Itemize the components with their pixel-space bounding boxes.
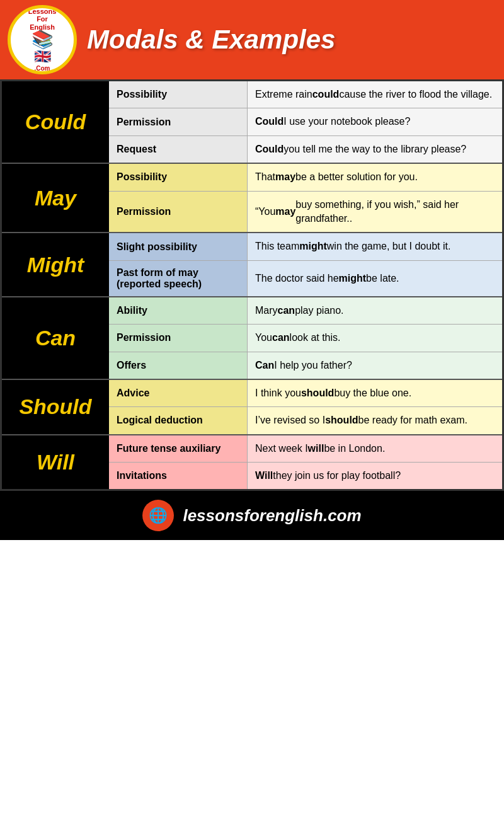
logo-bottom-text: .Com bbox=[35, 65, 50, 72]
modal-cell-may: May bbox=[2, 164, 109, 232]
example-cell: I think you should buy the blue one. bbox=[248, 380, 502, 406]
usage-cell: Permission bbox=[109, 108, 248, 135]
usage-cell: Permission bbox=[109, 325, 248, 351]
example-cell: “You may buy something, if you wish,” sa… bbox=[248, 192, 502, 233]
modal-label-should: Should bbox=[19, 394, 91, 419]
modal-rows-might: Slight possibilityThis team might win th… bbox=[109, 233, 502, 296]
globe-icon: 🌐 bbox=[142, 500, 174, 531]
example-cell: Next week I will be in London. bbox=[248, 435, 502, 462]
example-cell: Mary can play piano. bbox=[248, 297, 502, 324]
example-cell: This team might win the game, but I doub… bbox=[248, 233, 502, 260]
example-cell: Extreme rain could cause the river to fl… bbox=[248, 81, 502, 108]
table-row: PermissionYou can look at this. bbox=[109, 325, 502, 352]
usage-cell: Permission bbox=[109, 192, 248, 233]
table-row: Slight possibilityThis team might win th… bbox=[109, 233, 502, 260]
modals-table: CouldPossibilityExtreme rain could cause… bbox=[0, 79, 504, 491]
table-row: PermissionCould I use your notebook plea… bbox=[109, 108, 502, 135]
usage-cell: Past form of may (reported speech) bbox=[109, 261, 248, 296]
table-row: PossibilityExtreme rain could cause the … bbox=[109, 81, 502, 108]
footer-url: lessonsforenglish.com bbox=[183, 506, 361, 526]
modal-group-could: CouldPossibilityExtreme rain could cause… bbox=[2, 81, 502, 164]
modal-group-might: MightSlight possibilityThis team might w… bbox=[2, 233, 502, 297]
modal-group-can: CanAbilityMary can play piano.Permission… bbox=[2, 297, 502, 380]
usage-cell: Ability bbox=[109, 297, 248, 324]
example-cell: Could you tell me the way to the library… bbox=[248, 136, 502, 163]
modal-rows-should: AdviceI think you should buy the blue on… bbox=[109, 380, 502, 434]
example-cell: Could I use your notebook please? bbox=[248, 108, 502, 135]
table-row: OffersCan I help you father? bbox=[109, 352, 502, 379]
logo-top-text: LessonsForEnglish bbox=[28, 8, 57, 30]
modal-rows-may: PossibilityThat may be a better solution… bbox=[109, 164, 502, 232]
modal-group-may: MayPossibilityThat may be a better solut… bbox=[2, 164, 502, 233]
table-row: PossibilityThat may be a better solution… bbox=[109, 164, 502, 191]
modal-label-will: Will bbox=[37, 450, 74, 475]
table-row: Past form of may (reported speech)The do… bbox=[109, 261, 502, 296]
usage-cell: Future tense auxiliary bbox=[109, 435, 248, 462]
usage-cell: Invitations bbox=[109, 463, 248, 489]
modal-label-could: Could bbox=[25, 110, 86, 134]
example-cell: That may be a better solution for you. bbox=[248, 164, 502, 190]
table-row: Logical deductionI’ve revised so I shoul… bbox=[109, 407, 502, 434]
table-row: Permission“You may buy something, if you… bbox=[109, 192, 502, 233]
table-row: AbilityMary can play piano. bbox=[109, 297, 502, 325]
usage-cell: Slight possibility bbox=[109, 233, 248, 260]
logo: LessonsForEnglish 📚 🇬🇧 .Com bbox=[8, 5, 77, 74]
usage-cell: Request bbox=[109, 136, 248, 163]
modal-label-may: May bbox=[35, 186, 76, 210]
example-cell: Will they join us for play football? bbox=[248, 463, 502, 489]
table-row: InvitationsWill they join us for play fo… bbox=[109, 463, 502, 489]
example-cell: You can look at this. bbox=[248, 325, 502, 351]
modal-rows-could: PossibilityExtreme rain could cause the … bbox=[109, 81, 502, 163]
flag-icon: 🇬🇧 bbox=[34, 49, 51, 65]
modal-cell-might: Might bbox=[2, 233, 109, 296]
books-icon: 📚 bbox=[32, 31, 54, 49]
table-row: RequestCould you tell me the way to the … bbox=[109, 136, 502, 163]
table-row: AdviceI think you should buy the blue on… bbox=[109, 380, 502, 407]
modal-rows-can: AbilityMary can play piano.PermissionYou… bbox=[109, 297, 502, 379]
modal-cell-could: Could bbox=[2, 81, 109, 163]
usage-cell: Possibility bbox=[109, 164, 248, 190]
example-cell: Can I help you father? bbox=[248, 352, 502, 379]
usage-cell: Logical deduction bbox=[109, 407, 248, 434]
usage-cell: Offers bbox=[109, 352, 248, 379]
footer: 🌐 lessonsforenglish.com bbox=[0, 491, 504, 540]
modal-label-might: Might bbox=[27, 253, 84, 277]
modal-rows-will: Future tense auxiliaryNext week I will b… bbox=[109, 435, 502, 490]
example-cell: The doctor said he might be late. bbox=[248, 261, 502, 296]
modal-cell-will: Will bbox=[2, 435, 109, 490]
usage-cell: Possibility bbox=[109, 81, 248, 108]
example-cell: I’ve revised so I should be ready for ma… bbox=[248, 407, 502, 434]
page-title: Modals & Examples bbox=[87, 25, 335, 55]
table-row: Future tense auxiliaryNext week I will b… bbox=[109, 435, 502, 463]
modal-label-can: Can bbox=[35, 326, 76, 350]
usage-cell: Advice bbox=[109, 380, 248, 406]
modal-cell-can: Can bbox=[2, 297, 109, 379]
header: LessonsForEnglish 📚 🇬🇧 .Com Modals & Exa… bbox=[0, 0, 504, 79]
modal-group-will: WillFuture tense auxiliaryNext week I wi… bbox=[2, 435, 502, 490]
modal-group-should: ShouldAdviceI think you should buy the b… bbox=[2, 380, 502, 435]
modal-cell-should: Should bbox=[2, 380, 109, 434]
